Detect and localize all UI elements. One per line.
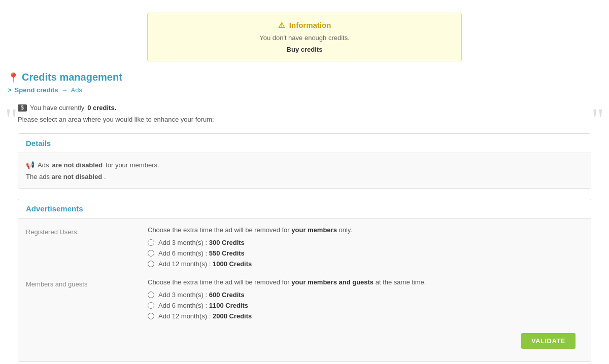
members-guests-row: Members and guests Choose the extra time… <box>26 278 583 323</box>
guests-option-6m: Add 6 month(s) : 1100 Credits <box>148 302 583 309</box>
info-box: ⚠ Information You don't have enough cred… <box>147 13 462 61</box>
pin-icon: 📍 <box>8 72 19 83</box>
info-title-text: Information <box>289 21 331 29</box>
breadcrumb-chevron: > <box>8 86 12 94</box>
details-row1-suffix: for your members. <box>106 161 159 169</box>
guests-label-6m: Add 6 month(s) : 1100 Credits <box>158 302 248 309</box>
breadcrumb: > Spend credits → Ads <box>8 86 601 94</box>
info-title: ⚠ Information <box>158 21 451 30</box>
guests-option-12m: Add 12 month(s) : 2000 Credits <box>148 312 583 320</box>
megaphone-icon: 📢 <box>26 161 35 169</box>
details-title: Details <box>18 134 591 153</box>
details-row1-prefix: Ads <box>38 161 49 169</box>
registered-radio-3m[interactable] <box>148 239 154 246</box>
advertisements-title: Advertisements <box>18 199 591 219</box>
registered-users-options: Choose the extra time the ad will be rem… <box>148 226 583 271</box>
details-row2-suffix: . <box>104 173 106 180</box>
registered-option-12m: Add 12 month(s) : 1000 Credits <box>148 260 583 268</box>
details-section: Details 📢 Ads are not disabled for your … <box>18 133 591 189</box>
details-row-2: The ads are not disabled . <box>26 173 583 180</box>
guests-choose-prefix: Choose the extra time the ad will be rem… <box>148 278 290 286</box>
credits-info: $ You have currently 0 credits. <box>18 104 591 112</box>
guests-choose-text: Choose the extra time the ad will be rem… <box>148 278 583 286</box>
page-title: 📍 Credits management <box>8 71 601 83</box>
details-row1-bold: are not disabled <box>52 161 103 169</box>
guests-choose-bold: your members and guests <box>291 278 374 286</box>
dollar-icon: $ <box>18 104 27 112</box>
guests-label-3m: Add 3 month(s) : 600 Credits <box>158 291 245 299</box>
guests-option-3m: Add 3 month(s) : 600 Credits <box>148 291 583 299</box>
guests-suffix: at the same time. <box>376 278 426 286</box>
guests-radio-12m[interactable] <box>148 313 154 319</box>
registered-option-6m: Add 6 month(s) : 550 Credits <box>148 249 583 257</box>
breadcrumb-ads[interactable]: Ads <box>71 86 82 94</box>
members-guests-options: Choose the extra time the ad will be rem… <box>148 278 583 323</box>
breadcrumb-arrow: → <box>61 86 68 94</box>
registered-users-label: Registered Users: <box>26 226 138 271</box>
details-row-1: 📢 Ads are not disabled for your members. <box>26 161 583 169</box>
details-row2-bold: are not disabled <box>52 173 103 180</box>
quote-left-decoration: " <box>5 104 18 134</box>
credits-amount: 0 credits. <box>87 104 116 112</box>
registered-radio-6m[interactable] <box>148 250 154 257</box>
enhance-text: Please select an area where you would li… <box>18 116 591 123</box>
content-area: " " $ You have currently 0 credits. Plea… <box>8 104 601 362</box>
info-message: You don't have enough credits. <box>158 34 451 42</box>
advertisements-body: Registered Users: Choose the extra time … <box>18 219 591 361</box>
credits-prefix: You have currently <box>30 104 84 112</box>
page-title-text: Credits management <box>22 71 122 83</box>
registered-label-12m: Add 12 month(s) : 1000 Credits <box>158 260 252 268</box>
details-body: 📢 Ads are not disabled for your members.… <box>18 153 591 188</box>
registered-suffix: only. <box>339 226 352 234</box>
guests-label-12m: Add 12 month(s) : 2000 Credits <box>158 312 252 320</box>
warning-icon: ⚠ <box>278 21 285 29</box>
details-row2-prefix: The ads <box>26 173 50 180</box>
page-header: 📍 Credits management > Spend credits → A… <box>8 71 601 94</box>
guests-radio-6m[interactable] <box>148 302 154 309</box>
registered-radio-12m[interactable] <box>148 261 154 267</box>
validate-row: VALIDATE <box>26 328 583 354</box>
buy-credits-link[interactable]: Buy credits <box>287 46 323 53</box>
registered-choose-bold: your members <box>291 226 337 234</box>
registered-choose-prefix: Choose the extra time the ad will be rem… <box>148 226 290 234</box>
validate-button[interactable]: VALIDATE <box>521 333 576 349</box>
quote-right-decoration: " <box>592 104 604 134</box>
advertisements-section: Advertisements Registered Users: Choose … <box>18 199 591 362</box>
guests-radio-3m[interactable] <box>148 292 154 298</box>
members-guests-label: Members and guests <box>26 278 138 323</box>
breadcrumb-spend-credits[interactable]: Spend credits <box>15 86 58 94</box>
registered-label-3m: Add 3 month(s) : 300 Credits <box>158 239 245 246</box>
registered-choose-text: Choose the extra time the ad will be rem… <box>148 226 583 234</box>
registered-users-row: Registered Users: Choose the extra time … <box>26 226 583 271</box>
registered-label-6m: Add 6 month(s) : 550 Credits <box>158 249 245 257</box>
registered-option-3m: Add 3 month(s) : 300 Credits <box>148 239 583 246</box>
